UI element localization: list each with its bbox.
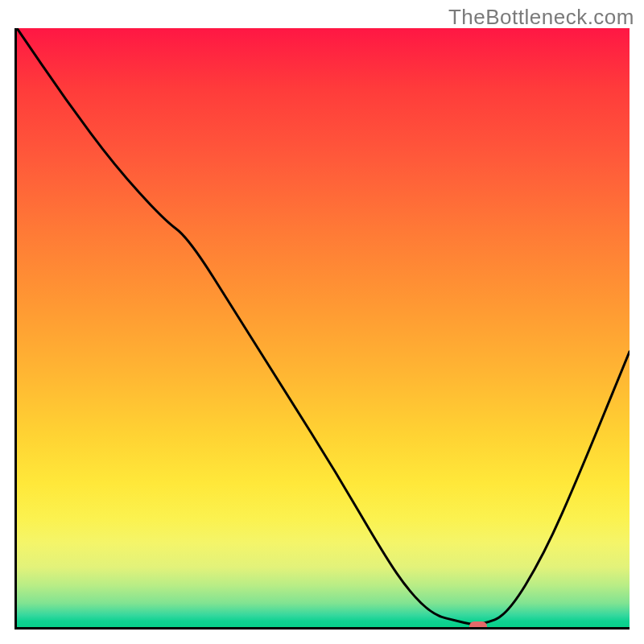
bottleneck-curve	[17, 28, 630, 624]
plot-area	[14, 28, 630, 630]
chart-container: TheBottleneck.com	[0, 0, 644, 644]
watermark-text: TheBottleneck.com	[448, 5, 634, 30]
curve-layer	[17, 28, 630, 627]
optimal-point-marker	[469, 621, 487, 630]
